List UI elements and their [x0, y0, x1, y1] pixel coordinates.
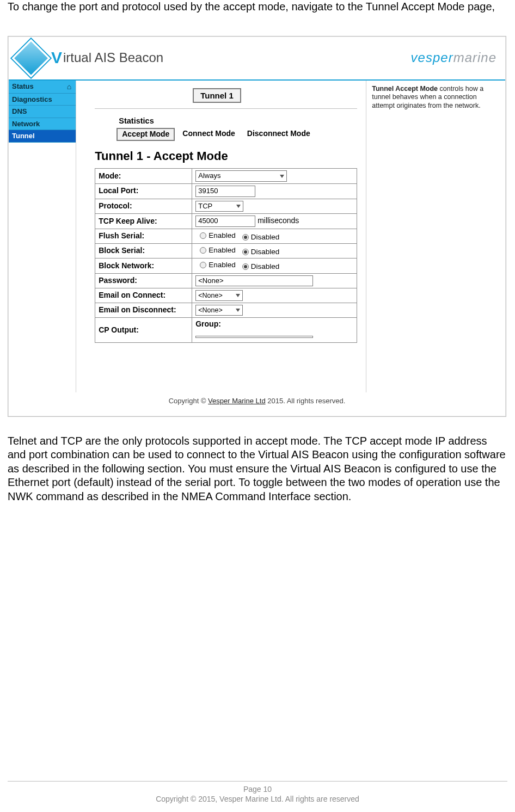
section-heading: Tunnel 1 - Accept Mode	[95, 149, 357, 164]
radio-block-serial-enabled[interactable]: Enabled	[200, 245, 236, 255]
sidebar-item-status[interactable]: Status ⌂	[9, 81, 76, 94]
link-vesper-marine[interactable]: Vesper Marine Ltd	[208, 397, 266, 405]
input-keep-alive[interactable]: 45000	[195, 216, 255, 227]
chevron-down-icon	[236, 309, 240, 312]
brand-logo: vespermarine	[411, 50, 496, 66]
sidebar-item-network[interactable]: Network	[9, 118, 76, 131]
chevron-down-icon	[236, 205, 241, 208]
tab-tunnel-1[interactable]: Tunnel 1	[193, 88, 241, 103]
home-icon: ⌂	[67, 82, 71, 92]
config-header: V irtual AIS Beacon vespermarine	[9, 37, 505, 81]
help-term: Tunnel Accept Mode	[372, 85, 438, 93]
label-keep-alive: TCP Keep Alive:	[95, 214, 192, 229]
radio-block-network-disabled[interactable]: Disabled	[242, 262, 280, 271]
link-statistics[interactable]: Statistics	[119, 116, 154, 126]
outro-paragraph: Telnet and TCP are the only protocols su…	[8, 434, 507, 504]
label-block-serial: Block Serial:	[95, 244, 192, 259]
tab-connect-mode[interactable]: Connect Mode	[178, 128, 239, 141]
sidebar-item-tunnel[interactable]: Tunnel	[9, 130, 76, 143]
logo-diamond-icon	[12, 39, 51, 77]
radio-flush-serial-disabled[interactable]: Disabled	[242, 232, 280, 242]
label-local-port: Local Port:	[95, 184, 192, 199]
input-password[interactable]: <None>	[195, 275, 313, 287]
label-flush-serial: Flush Serial:	[95, 229, 192, 243]
select-mode[interactable]: Always	[195, 170, 287, 182]
config-ui-screenshot: V irtual AIS Beacon vespermarine Status …	[8, 36, 506, 417]
sidebar-item-diagnostics[interactable]: Diagnostics	[9, 94, 76, 106]
sidebar-item-dns[interactable]: DNS	[9, 106, 76, 118]
sidebar-item-label: Tunnel	[12, 132, 35, 141]
label-email-disconnect: Email on Disconnect:	[95, 303, 192, 318]
product-title-rest: irtual AIS Beacon	[63, 50, 163, 66]
label-password: Password:	[95, 273, 192, 288]
select-email-disconnect[interactable]: <None>	[195, 305, 242, 316]
product-title: V irtual AIS Beacon	[17, 45, 163, 72]
main-panel: Tunnel 1 Statistics Accept Mode Connect …	[76, 81, 366, 392]
sidebar-item-label: Diagnostics	[12, 95, 52, 104]
config-footer: Copyright © Vesper Marine Ltd 2015. All …	[9, 392, 505, 416]
help-panel: Tunnel Accept Mode controls how a tunnel…	[366, 81, 505, 392]
radio-block-serial-disabled[interactable]: Disabled	[242, 247, 280, 256]
sidebar-item-label: DNS	[12, 107, 27, 116]
label-group: Group:	[195, 319, 353, 329]
radio-block-network-enabled[interactable]: Enabled	[200, 260, 236, 269]
page-number: Page 10	[0, 785, 515, 795]
label-protocol: Protocol:	[95, 199, 192, 214]
copyright-line: Copyright © 2015, Vesper Marine Ltd. All…	[0, 795, 515, 804]
chevron-down-icon	[236, 294, 240, 297]
label-block-network: Block Network:	[95, 259, 192, 273]
tab-disconnect-mode[interactable]: Disconnect Mode	[243, 128, 315, 141]
sidebar-item-label: Status	[12, 82, 34, 91]
settings-table: Mode: Always Local Port: 39150 Protocol:	[95, 168, 357, 343]
radio-flush-serial-enabled[interactable]: Enabled	[200, 231, 236, 240]
page-footer: Page 10 Copyright © 2015, Vesper Marine …	[0, 781, 515, 804]
sidebar-item-label: Network	[12, 120, 40, 129]
label-cp-output: CP Output:	[95, 318, 192, 343]
label-email-connect: Email on Connect:	[95, 288, 192, 303]
unit-milliseconds: milliseconds	[258, 216, 299, 225]
input-group[interactable]	[195, 336, 313, 338]
label-mode: Mode:	[95, 169, 192, 184]
input-local-port[interactable]: 39150	[195, 186, 255, 197]
tab-accept-mode[interactable]: Accept Mode	[117, 128, 175, 141]
intro-paragraph: To change the port and protocol used by …	[8, 0, 507, 14]
select-email-connect[interactable]: <None>	[195, 290, 242, 301]
product-title-initial: V	[51, 47, 62, 68]
sidebar-nav: Status ⌂ Diagnostics DNS Network Tunnel	[9, 81, 76, 392]
divider	[95, 108, 357, 109]
chevron-down-icon	[280, 175, 284, 178]
select-protocol[interactable]: TCP	[195, 201, 243, 212]
